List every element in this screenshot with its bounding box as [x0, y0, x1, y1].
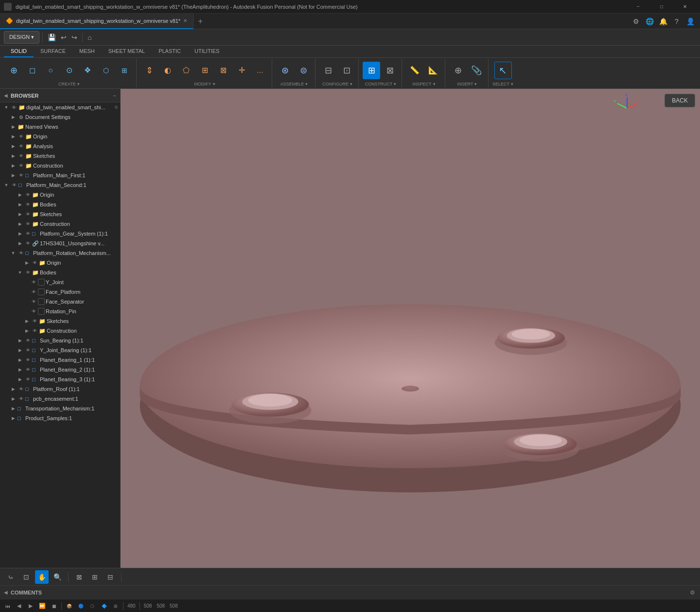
prev-prev-icon[interactable]: ⏮ [2, 601, 13, 612]
tree-arrow-sketches3[interactable]: ▶ [23, 318, 30, 324]
measure-icon[interactable]: 📏 [406, 62, 423, 79]
tree-arrow-pg[interactable]: ▶ [17, 230, 23, 237]
tab-utilities[interactable]: UTILITIES [188, 46, 226, 57]
tree-eye-pms[interactable]: 👁 [11, 182, 18, 188]
undo-icon[interactable]: ↩ [59, 33, 69, 42]
status-icon-2[interactable]: 🔵 [75, 601, 86, 612]
tree-eye-sketches2[interactable]: 👁 [24, 211, 31, 218]
draft-icon[interactable]: ⊠ [214, 62, 232, 79]
tree-item-yjoint-bearing[interactable]: ▶ 👁 □ Y_Joint_Bearing (1):1 [0, 345, 120, 355]
viewport[interactable]: BACK X Y Z [121, 89, 700, 568]
save-icon[interactable]: 💾 [46, 33, 58, 42]
fit-to-screen-icon[interactable]: ⊠ [72, 570, 86, 584]
create-more-icon[interactable]: ⊞ [116, 62, 133, 79]
rib-icon[interactable]: ⬡ [97, 62, 115, 79]
inspect-icon2[interactable]: 📐 [424, 62, 442, 79]
tree-arrow-origin3[interactable]: ▶ [23, 259, 30, 266]
tab-sheet-metal[interactable]: SHEET METAL [102, 46, 152, 57]
inspect-dropdown-icon[interactable]: ▾ [433, 82, 436, 86]
comments-expand-icon[interactable]: ◀ [4, 590, 8, 595]
tree-eye-pmf[interactable]: 👁 [18, 172, 24, 179]
prev-icon[interactable]: ◀ [14, 601, 24, 612]
tree-arrow-pr[interactable]: ▼ [10, 250, 17, 256]
tree-arrow-sketches[interactable]: ▶ [10, 153, 17, 159]
redo-icon[interactable]: ↪ [70, 33, 79, 42]
tree-item-rotation-pin[interactable]: 👁 Rotation_Pin [0, 306, 120, 316]
tree-arrow-ps[interactable]: ▶ [10, 415, 17, 422]
browser-content[interactable]: ▼ 👁 📁 digital_twin_enabled_smart_shi... … [0, 102, 120, 568]
close-button[interactable]: ✕ [674, 0, 696, 14]
tree-eye-origin2[interactable]: 👁 [24, 191, 31, 198]
status-icon-4[interactable]: 🔷 [99, 601, 109, 612]
tree-eye-pr[interactable]: 👁 [18, 250, 24, 256]
press-pull-icon[interactable]: ⇕ [140, 62, 158, 79]
tree-settings-root[interactable]: ⚙ [114, 105, 118, 110]
tree-arrow-origin[interactable]: ▶ [10, 133, 17, 140]
insert-dropdown-icon[interactable]: ▾ [474, 82, 477, 86]
construct-icon1[interactable]: ⊞ [363, 62, 380, 79]
tree-arrow-doc-settings[interactable]: ▶ [10, 114, 17, 120]
tree-arrow-bodies2[interactable]: ▼ [17, 269, 23, 276]
pan-icon[interactable]: ⊡ [19, 570, 33, 584]
tree-item-sketches3[interactable]: ▶ 👁 📁 Sketches [0, 316, 120, 326]
create-dropdown-icon[interactable]: ▾ [77, 82, 80, 86]
new-component-icon[interactable]: ⊕ [5, 62, 22, 79]
tree-item-planet-bearing-2[interactable]: ▶ 👁 □ Planet_Bearing_2 (1):1 [0, 365, 120, 374]
tree-arrow-pcb[interactable]: ▶ [10, 395, 17, 402]
tree-item-platform-main-second[interactable]: ▼ 👁 □ Platform_Main_Second:1 [0, 180, 120, 190]
select-dropdown-icon[interactable]: ▾ [511, 82, 513, 86]
user-icon[interactable]: 👤 [684, 16, 696, 27]
view-list-icon[interactable]: ⊟ [104, 570, 117, 584]
tree-arrow-prf[interactable]: ▶ [10, 386, 17, 392]
tree-eye-prf[interactable]: 👁 [18, 386, 24, 392]
tree-eye-pcb[interactable]: 👁 [18, 395, 24, 402]
tree-item-construction1[interactable]: ▶ 👁 📁 Construction [0, 161, 120, 170]
tree-item-bodies[interactable]: ▶ 👁 📁 Bodies [0, 200, 120, 209]
tree-item-pcb[interactable]: ▶ 👁 □ pcb_encasement:1 [0, 394, 120, 404]
tree-arrow-pb2[interactable]: ▶ [17, 366, 23, 373]
config-icon1[interactable]: ⊟ [319, 62, 337, 79]
status-icon-3[interactable]: ⬡ [87, 601, 98, 612]
maximize-button[interactable]: □ [650, 0, 673, 14]
insert-icon1[interactable]: ⊕ [449, 62, 467, 79]
status-icon-1[interactable]: 📦 [64, 601, 74, 612]
fillet-icon[interactable]: ◐ [159, 62, 176, 79]
new-tab-button[interactable]: + [193, 15, 207, 28]
modify-more-icon[interactable]: … [251, 62, 269, 79]
tree-arrow-17hs[interactable]: ▶ [17, 240, 23, 247]
stop-icon[interactable]: ⏹ [49, 601, 59, 612]
tree-eye-pb3[interactable]: 👁 [24, 376, 31, 383]
tree-eye-origin[interactable]: 👁 [18, 133, 24, 140]
view-grid-icon[interactable]: ⊞ [88, 570, 102, 584]
as-built-joint-icon[interactable]: ⊜ [295, 62, 312, 79]
tree-eye-bodies[interactable]: 👁 [24, 201, 31, 208]
tree-eye-sb[interactable]: 👁 [24, 337, 31, 344]
tree-item-named-views[interactable]: ▶ 📁 Named Views [0, 122, 120, 132]
tab-solid[interactable]: SOLID [4, 46, 34, 57]
tree-eye-construction2[interactable]: 👁 [24, 221, 31, 227]
tree-arrow-tm[interactable]: ▶ [10, 405, 17, 412]
tree-arrow-sb[interactable]: ▶ [17, 337, 23, 344]
tree-eye-17hs[interactable]: 👁 [24, 240, 31, 247]
settings-icon[interactable]: ⚙ [630, 16, 642, 27]
tree-item-construction3[interactable]: ▶ 👁 📁 Construction [0, 326, 120, 336]
play-icon[interactable]: ▶ [25, 601, 36, 612]
tree-eye-bodies2[interactable]: 👁 [24, 269, 31, 276]
help-icon[interactable]: ? [671, 16, 682, 27]
tree-eye-rotpin[interactable]: 👁 [30, 308, 37, 315]
orbit-icon[interactable]: ⤿ [4, 570, 18, 584]
tree-eye-pb2[interactable]: 👁 [24, 366, 31, 373]
tree-item-y-joint[interactable]: 👁 Y_Joint [0, 277, 120, 287]
tree-item-transport[interactable]: ▶ □ Transportation_Mechanism:1 [0, 404, 120, 413]
minimize-button[interactable]: − [627, 0, 649, 14]
bell-icon[interactable]: 🔔 [657, 16, 669, 27]
tree-eye-origin3[interactable]: 👁 [31, 259, 38, 266]
tree-item-analysis[interactable]: ▶ 👁 📁 Analysis [0, 141, 120, 151]
tree-arrow-analysis[interactable]: ▶ [10, 143, 17, 150]
hand-icon[interactable]: ✋ [35, 570, 49, 584]
tab-surface[interactable]: SURFACE [34, 46, 72, 57]
tree-arrow-construction3[interactable]: ▶ [23, 327, 30, 334]
tree-item-planet-bearing-3[interactable]: ▶ 👁 □ Planet_Bearing_3 (1):1 [0, 374, 120, 384]
tree-arrow-named-views[interactable]: ▶ [10, 123, 17, 130]
tree-item-origin[interactable]: ▶ 👁 📁 Origin [0, 132, 120, 141]
